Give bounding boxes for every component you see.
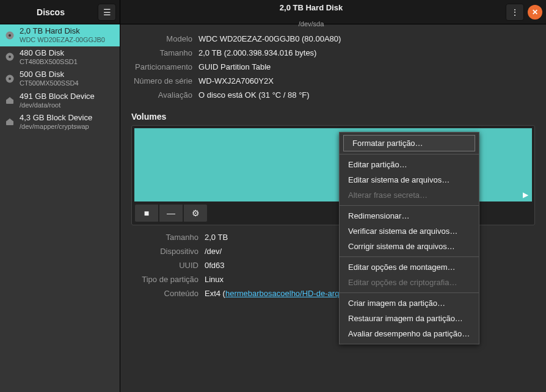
disk-item-sub: /dev/data/root [20, 101, 95, 109]
unmount-button[interactable]: ■ [134, 204, 159, 222]
titlebar: Discos ☰ 2,0 TB Hard Disk /dev/sda ⋮ ✕ [0, 0, 546, 24]
svg-point-1 [9, 34, 11, 37]
svg-point-3 [9, 56, 11, 58]
vlabel-size: Tamanho [131, 233, 205, 242]
value-assessment: O disco está OK (31 °C / 88 °F) [198, 90, 535, 100]
disk-list: 2,0 TB Hard DiskWDC WD20EZAZ-00GGJB0480 … [0, 24, 120, 392]
value-partitioning: GUID Partition Table [198, 62, 535, 71]
disk-item-sub: CT480BX500SSD1 [20, 58, 78, 66]
vlabel-uuid: UUID [131, 261, 205, 270]
close-button[interactable]: ✕ [528, 5, 542, 20]
menu-item[interactable]: Restaurar imagem da partição… [340, 311, 479, 326]
eject-icon [4, 116, 16, 128]
gears-icon: ⚙ [192, 208, 200, 218]
disk-item-name: 491 GB Block Device [20, 92, 95, 101]
disk-list-item[interactable]: 491 GB Block Device/dev/data/root [0, 90, 120, 112]
disk-list-item[interactable]: 2,0 TB Hard DiskWDC WD20EZAZ-00GGJB0 [0, 24, 120, 46]
label-partitioning: Particionamento [131, 62, 198, 71]
harddisk-icon [4, 51, 16, 63]
vlabel-content: Conteúdo [131, 289, 205, 298]
disk-item-sub: WDC WD20EZAZ-00GGJB0 [20, 36, 105, 44]
disk-list-item[interactable]: 4,3 GB Block Device/dev/mapper/cryptswap [0, 111, 120, 133]
partition-context-menu: Formatar partição…Editar partição…Editar… [339, 132, 479, 344]
delete-partition-button[interactable]: — [159, 204, 183, 222]
menu-item: Alterar frase secreta… [340, 187, 479, 203]
drive-menu-button[interactable]: ⋮ [506, 4, 524, 21]
content-prefix: Ext4 ( [205, 289, 225, 298]
label-model: Modelo [131, 34, 198, 43]
value-size: 2,0 TB (2.000.398.934.016 bytes) [198, 48, 535, 57]
disk-item-name: 4,3 GB Block Device [20, 114, 92, 123]
disk-item-sub: /dev/mapper/cryptswap [20, 123, 92, 131]
disk-item-name: 480 GB Disk [20, 49, 78, 58]
menu-item[interactable]: Avaliar desempenho da partição… [340, 326, 479, 341]
menu-item[interactable]: Redimensionar… [340, 208, 479, 223]
label-assessment: Avaliação [131, 90, 198, 100]
eject-icon [4, 95, 16, 107]
menu-separator [340, 292, 479, 293]
more-icon: ⋮ [511, 7, 519, 17]
app-title: Discos [4, 7, 98, 17]
stop-icon: ■ [144, 208, 149, 218]
disk-list-item[interactable]: 500 GB DiskCT500MX500SSD4 [0, 68, 120, 90]
close-icon: ✕ [532, 8, 538, 16]
menu-separator [340, 154, 479, 154]
menu-separator [340, 205, 479, 206]
vlabel-device: Dispositivo [131, 247, 205, 256]
disk-info: Modelo WDC WD20EZAZ-00GGJB0 (80.00A80) T… [131, 32, 535, 102]
main-pane: Modelo WDC WD20EZAZ-00GGJB0 (80.00A80) T… [120, 24, 546, 392]
value-model: WDC WD20EZAZ-00GGJB0 (80.00A80) [198, 34, 535, 43]
menu-item[interactable]: Criar imagem da partição… [340, 296, 479, 311]
disk-list-item[interactable]: 480 GB DiskCT480BX500SSD1 [0, 46, 120, 68]
mount-indicator-icon: ▶ [523, 191, 528, 199]
mountpoint-link[interactable]: hermebarbosacoelho/HD-de-arquivos [225, 289, 358, 298]
svg-rect-7 [6, 121, 13, 125]
menu-item[interactable]: Formatar partição… [343, 135, 475, 151]
vlabel-ptype: Tipo de partição [131, 275, 205, 284]
menu-item[interactable]: Editar opções de montagem… [340, 260, 479, 275]
value-serial: WD-WXJ2A7060Y2X [198, 76, 535, 85]
partition-settings-button[interactable]: ⚙ [183, 204, 208, 222]
label-serial: Número de série [131, 76, 198, 85]
volumes-title: Volumes [131, 112, 535, 122]
hamburger-icon: ☰ [103, 7, 111, 17]
label-size: Tamanho [131, 48, 198, 57]
disk-item-name: 2,0 TB Hard Disk [20, 27, 105, 36]
menu-item[interactable]: Editar sistema de arquivos… [340, 172, 479, 187]
harddisk-icon [4, 73, 16, 85]
svg-point-5 [9, 78, 11, 80]
hamburger-button[interactable]: ☰ [98, 4, 116, 21]
harddisk-icon [4, 29, 16, 42]
disk-item-sub: CT500MX500SSD4 [20, 79, 79, 87]
header-title: 2,0 TB Hard Disk [120, 0, 502, 20]
menu-item: Editar opções de criptografia… [340, 275, 479, 290]
menu-item[interactable]: Verificar sistema de arquivos… [340, 223, 479, 239]
minus-icon: — [167, 208, 175, 218]
menu-separator [340, 256, 479, 257]
menu-item[interactable]: Editar partição… [340, 157, 479, 172]
disk-item-name: 500 GB Disk [20, 70, 79, 79]
menu-item[interactable]: Corrigir sistema de arquivos… [340, 239, 479, 254]
svg-rect-6 [6, 100, 13, 104]
